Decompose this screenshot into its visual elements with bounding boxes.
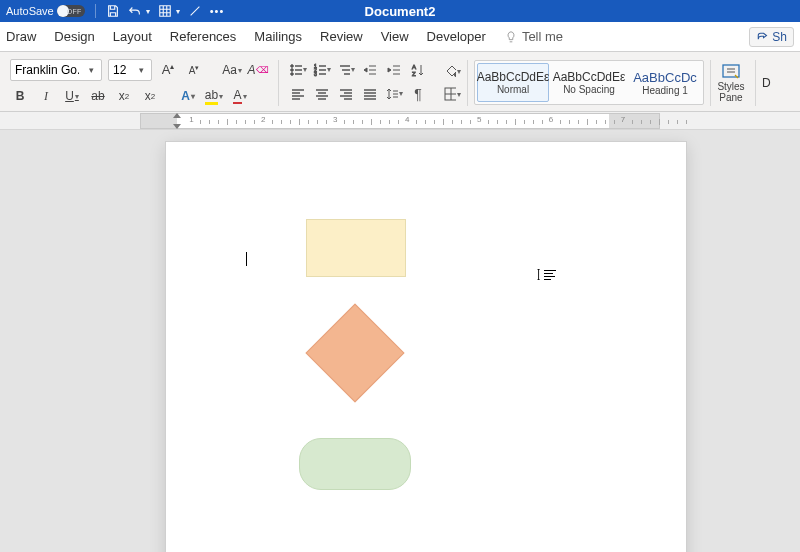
document-area: I [0,130,800,552]
borders-icon [443,86,456,102]
bold-button[interactable]: B [10,86,30,106]
shading-button[interactable]: ▾ [443,62,461,80]
svg-text:A: A [412,64,416,70]
tab-references[interactable]: References [170,29,236,44]
underline-button[interactable]: U▾ [62,86,82,106]
borders-button[interactable]: ▾ [443,85,461,103]
font-color-button[interactable]: A▾ [230,86,250,106]
tab-view[interactable]: View [381,29,409,44]
grid-icon [158,4,172,18]
align-center-icon [314,86,330,102]
number-list-icon: 123 [313,62,326,78]
shape-rounded-rect[interactable] [299,438,411,490]
styles-pane-icon [721,63,741,81]
tell-me-search[interactable]: Tell me [504,29,563,44]
show-paragraph-button[interactable]: ¶ [409,85,427,103]
font-size-combo[interactable]: ▾ [108,59,152,81]
indent-icon [386,62,402,78]
italic-button[interactable]: I [36,86,56,106]
decrease-font-button[interactable]: A▾ [184,60,204,80]
drawing-tool-button[interactable] [188,4,202,18]
outdent-icon [362,62,378,78]
line-spacing-button[interactable]: ▾ [385,85,403,103]
style-normal[interactable]: AaBbCcDdEε Normal [477,63,549,102]
font-size-input[interactable] [109,63,133,77]
line-spacing-icon [385,86,398,102]
autosave-toggle[interactable]: AutoSave OFF [6,5,85,17]
separator [95,4,96,18]
title-bar: AutoSave OFF ▾ ▾ ••• Document2 [0,0,800,22]
superscript-button[interactable]: x2 [140,86,160,106]
justify-button[interactable] [361,85,379,103]
document-title: Document2 [365,4,436,19]
style-heading-1[interactable]: AaBbCcDc Heading 1 [629,63,701,102]
ribbon-tabs: Draw Design Layout References Mailings R… [0,22,800,52]
decrease-indent-button[interactable] [361,61,379,79]
text-effects-button[interactable]: A▾ [178,86,198,106]
tab-design[interactable]: Design [54,29,94,44]
horizontal-ruler[interactable]: 1234567 [140,113,660,129]
bullets-button[interactable]: ▾ [289,61,307,79]
svg-point-8 [455,74,457,77]
sort-button[interactable]: AZ [409,61,427,79]
align-right-icon [338,86,354,102]
tab-layout[interactable]: Layout [113,29,152,44]
chevron-down-icon: ▾ [83,65,99,75]
dictate-letter: D [762,76,773,90]
justify-icon [362,86,378,102]
more-commands-button[interactable]: ••• [210,5,225,17]
ribbon: ▾ ▾ A▴ A▾ Aa▾ A⌫ B I U▾ ab x2 x2 A▾ ab▾ … [0,52,800,112]
shape-rectangle[interactable] [306,219,406,277]
highlight-button[interactable]: ab▾ [204,86,224,106]
quick-access-toolbar: AutoSave OFF ▾ ▾ ••• [0,4,224,18]
svg-text:Z: Z [412,71,416,77]
strikethrough-button[interactable]: ab [88,86,108,106]
chevron-down-icon: ▾ [133,65,149,75]
svg-point-2 [291,72,294,75]
svg-point-1 [291,68,294,71]
paragraph-extra: ▾ ▾ [437,56,467,109]
align-left-button[interactable] [289,85,307,103]
table-quick-button[interactable]: ▾ [158,4,180,18]
tab-draw[interactable]: Draw [6,29,36,44]
align-center-button[interactable] [313,85,331,103]
separator [755,60,756,106]
save-button[interactable] [106,4,120,18]
text-cursor-icon: I [536,266,556,284]
share-button[interactable]: Sh [749,27,794,47]
shape-diamond[interactable] [306,304,405,403]
tab-review[interactable]: Review [320,29,363,44]
styles-gallery[interactable]: AaBbCcDdEε Normal AaBbCcDdEε No Spacing … [474,60,704,105]
styles-group: AaBbCcDdEε Normal AaBbCcDdEε No Spacing … [468,56,710,109]
clear-formatting-button[interactable]: A⌫ [248,60,268,80]
font-name-input[interactable] [11,63,83,77]
svg-point-0 [291,64,294,67]
save-icon [106,4,120,18]
increase-font-button[interactable]: A▴ [158,60,178,80]
styles-pane-button[interactable]: Styles Pane [711,63,751,103]
paragraph-group: ▾ 123▾ ▾ AZ ▾ ¶ [279,56,437,109]
line-icon [188,4,202,18]
undo-icon [128,4,142,18]
tab-developer[interactable]: Developer [427,29,486,44]
align-right-button[interactable] [337,85,355,103]
multilevel-icon [337,62,350,78]
page[interactable]: I [166,142,686,552]
text-caret [246,252,247,266]
paint-bucket-icon [443,63,456,79]
undo-button[interactable]: ▾ [128,4,150,18]
subscript-button[interactable]: x2 [114,86,134,106]
toggle-off-icon: OFF [57,5,85,17]
tab-mailings[interactable]: Mailings [254,29,302,44]
font-group: ▾ ▾ A▴ A▾ Aa▾ A⌫ B I U▾ ab x2 x2 A▾ ab▾ … [0,56,278,109]
numbering-button[interactable]: 123▾ [313,61,331,79]
increase-indent-button[interactable] [385,61,403,79]
multilevel-list-button[interactable]: ▾ [337,61,355,79]
style-no-spacing[interactable]: AaBbCcDdEε No Spacing [553,63,625,102]
autosave-label: AutoSave [6,5,54,17]
font-name-combo[interactable]: ▾ [10,59,102,81]
ruler-bar: 1234567 [0,112,800,130]
change-case-button[interactable]: Aa▾ [222,60,242,80]
sort-icon: AZ [410,62,426,78]
share-icon [756,31,768,43]
